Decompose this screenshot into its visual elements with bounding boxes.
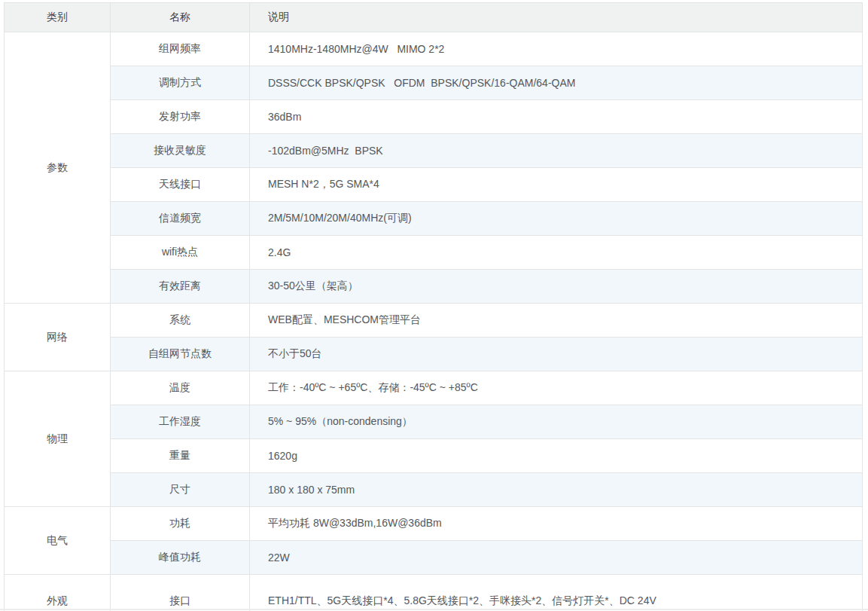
bottom-divider xyxy=(0,609,868,610)
description-cell: 不小于50台 xyxy=(250,338,863,371)
description-cell: 2.4G xyxy=(250,236,863,270)
name-cell: 重量 xyxy=(111,439,250,473)
table-row: 有效距离30-50公里（架高） xyxy=(5,270,863,304)
table-row: 尺寸180 x 180 x 75mm xyxy=(5,473,863,507)
table-row: 重量1620g xyxy=(5,439,863,473)
table-row: 电气功耗平均功耗 8W@33dBm,16W@36dBm xyxy=(5,507,863,541)
description-cell: 22W xyxy=(250,541,863,575)
spec-table: 类别 名称 说明 参数组网频率1410MHz-1480MHz@4W MIMO 2… xyxy=(4,2,863,611)
description-cell: ETH1/TTL、5G天线接口*4、5.8G天线接口*2、手咪接头*2、信号灯开… xyxy=(250,575,863,611)
name-cell: 组网频率 xyxy=(111,32,250,66)
name-cell: 自组网节点数 xyxy=(111,338,250,371)
name-cell: 调制方式 xyxy=(111,66,250,100)
name-cell: 接收灵敏度 xyxy=(111,134,250,168)
description-cell: 180 x 180 x 75mm xyxy=(250,473,863,507)
name-cell: 功耗 xyxy=(111,507,250,541)
name-cell: 发射功率 xyxy=(111,100,250,134)
description-cell: WEB配置、MESHCOM管理平台 xyxy=(250,304,863,338)
name-cell: 信道频宽 xyxy=(111,202,250,236)
description-cell: 2M/5M/10M/20M/40MHz(可调) xyxy=(250,202,863,236)
header-name: 名称 xyxy=(111,3,250,32)
name-cell: wifi热点 xyxy=(111,236,250,270)
header-description: 说明 xyxy=(250,3,863,32)
description-cell: 30-50公里（架高） xyxy=(250,270,863,304)
table-row: wifi热点2.4G xyxy=(5,236,863,270)
description-cell: 工作：-40ºC ~ +65ºC、存储：-45ºC ~ +85ºC xyxy=(250,371,863,405)
table-row: 发射功率36dBm xyxy=(5,100,863,134)
category-cell: 物理 xyxy=(5,371,111,507)
table-row: 物理温度工作：-40ºC ~ +65ºC、存储：-45ºC ~ +85ºC xyxy=(5,371,863,405)
description-cell: DSSS/CCK BPSK/QPSK OFDM BPSK/QPSK/16-QAM… xyxy=(250,66,863,100)
table-row: 自组网节点数不小于50台 xyxy=(5,338,863,371)
table-body: 参数组网频率1410MHz-1480MHz@4W MIMO 2*2调制方式DSS… xyxy=(5,32,863,611)
spec-page: 类别 名称 说明 参数组网频率1410MHz-1480MHz@4W MIMO 2… xyxy=(0,0,868,611)
table-row: 天线接口MESH N*2，5G SMA*4 xyxy=(5,168,863,202)
table-row: 调制方式DSSS/CCK BPSK/QPSK OFDM BPSK/QPSK/16… xyxy=(5,66,863,100)
table-row: 网络系统WEB配置、MESHCOM管理平台 xyxy=(5,304,863,338)
description-cell: 5% ~ 95%（non-condensing） xyxy=(250,405,863,439)
name-cell: 峰值功耗 xyxy=(111,541,250,575)
category-cell: 参数 xyxy=(5,32,111,304)
category-cell: 外观 xyxy=(5,575,111,611)
name-cell: 温度 xyxy=(111,371,250,405)
description-cell: 1410MHz-1480MHz@4W MIMO 2*2 xyxy=(250,32,863,66)
table-row: 峰值功耗22W xyxy=(5,541,863,575)
description-cell: -102dBm@5MHz BPSK xyxy=(250,134,863,168)
table-row: 外观接口ETH1/TTL、5G天线接口*4、5.8G天线接口*2、手咪接头*2、… xyxy=(5,575,863,611)
header-category: 类别 xyxy=(5,3,111,32)
category-cell: 电气 xyxy=(5,507,111,575)
name-cell: 接口 xyxy=(111,575,250,611)
table-row: 接收灵敏度-102dBm@5MHz BPSK xyxy=(5,134,863,168)
description-cell: 平均功耗 8W@33dBm,16W@36dBm xyxy=(250,507,863,541)
header-row: 类别 名称 说明 xyxy=(5,3,863,32)
name-cell: 工作湿度 xyxy=(111,405,250,439)
table-row: 工作湿度5% ~ 95%（non-condensing） xyxy=(5,405,863,439)
table-row: 参数组网频率1410MHz-1480MHz@4W MIMO 2*2 xyxy=(5,32,863,66)
name-cell: 有效距离 xyxy=(111,270,250,304)
table-row: 信道频宽2M/5M/10M/20M/40MHz(可调) xyxy=(5,202,863,236)
description-cell: 36dBm xyxy=(250,100,863,134)
description-cell: MESH N*2，5G SMA*4 xyxy=(250,168,863,202)
name-cell: 系统 xyxy=(111,304,250,338)
description-cell: 1620g xyxy=(250,439,863,473)
name-cell: 尺寸 xyxy=(111,473,250,507)
name-cell: 天线接口 xyxy=(111,168,250,202)
category-cell: 网络 xyxy=(5,304,111,371)
